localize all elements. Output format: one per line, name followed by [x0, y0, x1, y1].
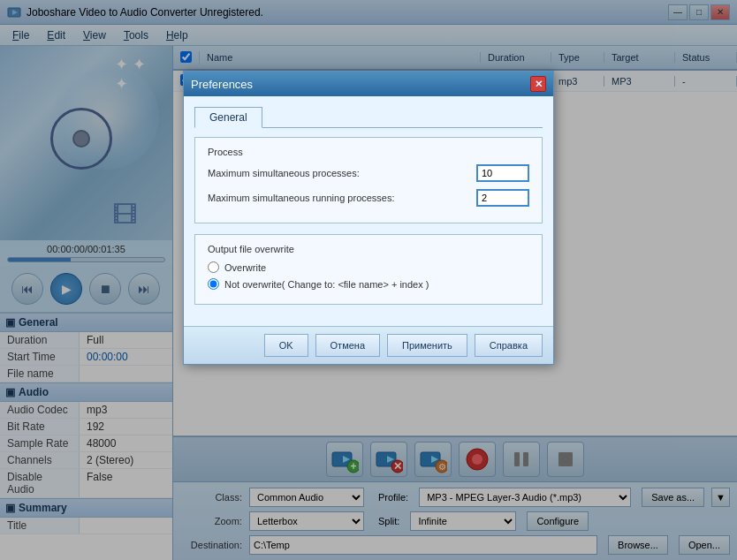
preferences-dialog: Preferences ✕ General Process Maximum si…	[183, 71, 554, 365]
radio-overwrite-label: Overwrite	[224, 262, 266, 273]
tab-general[interactable]: General	[194, 107, 262, 128]
process-section-title: Process	[208, 147, 529, 157]
overwrite-section-title: Output file overwrite	[208, 244, 529, 254]
process-section: Process Maximum simultaneous processes: …	[194, 137, 543, 223]
radio-overwrite[interactable]	[208, 261, 219, 273]
dialog-overlay: Preferences ✕ General Process Maximum si…	[0, 0, 737, 560]
dialog-footer: OK Отмена Применить Справка	[184, 326, 553, 364]
max-run-row: Maximum simultaneous running processes:	[208, 189, 529, 207]
dialog-close-button[interactable]: ✕	[530, 76, 546, 92]
radio-overwrite-row: Overwrite	[208, 261, 529, 273]
cancel-button[interactable]: Отмена	[315, 334, 380, 357]
max-sim-label: Maximum simultaneous processes:	[208, 168, 476, 178]
help-button[interactable]: Справка	[475, 334, 543, 357]
radio-notoverwrite-label: Not overwrite( Change to: <file name> + …	[224, 279, 429, 290]
dialog-tabs: General	[194, 107, 543, 128]
overwrite-section: Output file overwrite Overwrite Not over…	[194, 234, 543, 305]
max-sim-row: Maximum simultaneous processes:	[208, 164, 529, 182]
max-sim-input[interactable]	[476, 164, 529, 182]
dialog-body: General Process Maximum simultaneous pro…	[184, 96, 553, 326]
ok-button[interactable]: OK	[264, 334, 308, 357]
dialog-titlebar: Preferences ✕	[184, 72, 553, 96]
radio-notoverwrite[interactable]	[208, 278, 219, 290]
max-run-label: Maximum simultaneous running processes:	[208, 193, 476, 203]
dialog-title: Preferences	[191, 78, 253, 91]
apply-button[interactable]: Применить	[387, 334, 467, 357]
radio-notoverwrite-row: Not overwrite( Change to: <file name> + …	[208, 278, 529, 290]
max-run-input[interactable]	[476, 189, 529, 207]
